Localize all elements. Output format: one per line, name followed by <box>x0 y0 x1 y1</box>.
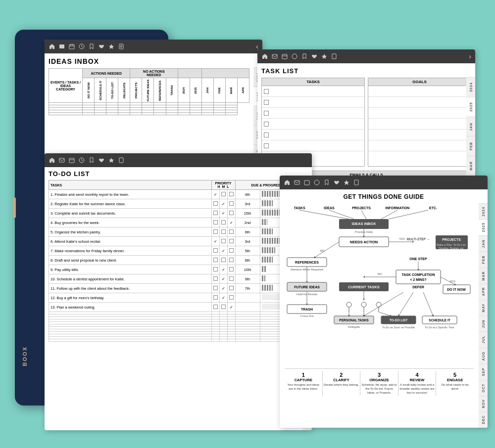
check-m[interactable] <box>219 190 227 199</box>
gtd-panel: GET THINGS DONE GUIDE TASKS IDEAS PROJEC… <box>280 176 488 428</box>
star-icon[interactable] <box>108 43 115 50</box>
cal-icon2[interactable] <box>68 157 75 164</box>
svg-text:TRASH: TRASH <box>301 308 313 311</box>
task-checkbox[interactable] <box>264 133 269 137</box>
tab-apr[interactable]: APR <box>479 283 488 299</box>
cal-icon4[interactable] <box>303 179 310 186</box>
tab-jul[interactable]: JUL <box>479 331 488 347</box>
priority-header: PRIORITYH M L <box>211 180 235 190</box>
task-name: 10. Schedule a dentist appointment for K… <box>49 274 212 284</box>
svg-point-64 <box>346 302 351 307</box>
tasks-label: TASKS <box>294 206 305 210</box>
clock-icon3[interactable] <box>291 53 298 60</box>
due-date <box>235 293 260 303</box>
star-icon4[interactable] <box>343 179 350 186</box>
svg-text:TASK COMPLETION: TASK COMPLETION <box>401 273 435 276</box>
check-l[interactable] <box>227 190 235 199</box>
task-checkbox[interactable] <box>264 100 269 105</box>
etc-label: ETC. <box>429 206 437 210</box>
goals-col-header: GOALS <box>368 78 471 86</box>
svg-rect-22 <box>332 54 336 59</box>
svg-line-78 <box>364 292 403 316</box>
bookmark-icon[interactable] <box>88 43 95 50</box>
tab-feb[interactable]: FEB <box>466 136 475 156</box>
tab-dec[interactable]: DEC <box>479 411 488 427</box>
task-name: 1. Finalize and send monthly report to t… <box>49 190 212 199</box>
home-icon3[interactable] <box>261 53 268 60</box>
tab-2025[interactable]: 2025 <box>466 97 475 117</box>
task-name: 11. Follow up with the client about the … <box>49 284 212 293</box>
tab-jun[interactable]: JUN <box>479 315 488 331</box>
document-icon[interactable] <box>118 43 125 50</box>
due-date: 3rd <box>235 237 260 246</box>
tab-2024[interactable]: 2024 <box>479 203 488 219</box>
mail-icon2[interactable] <box>58 157 65 164</box>
todo-table: TASKS PRIORITYH M L DUE & PROGRESS 1. Fi… <box>49 180 299 342</box>
col-feb: FEB <box>213 78 225 103</box>
svg-text:NO: NO <box>378 272 382 275</box>
tab-mar[interactable]: MAR <box>479 268 488 283</box>
tab-aug[interactable]: AUG <box>479 348 488 363</box>
tab-oct[interactable]: OCT <box>479 380 488 396</box>
clock-icon[interactable] <box>78 43 85 50</box>
goal-row <box>368 86 471 97</box>
heart-icon3[interactable] <box>311 53 318 60</box>
task-checkbox[interactable] <box>264 89 269 94</box>
tab-nov[interactable]: NOV <box>479 396 488 411</box>
clock-icon4[interactable] <box>313 179 320 186</box>
tab-jan[interactable]: JAN <box>479 235 488 251</box>
svg-text:To-Do as Soon as Possible: To-Do as Soon as Possible <box>382 326 415 329</box>
check-h[interactable]: ✓ <box>211 190 219 199</box>
star-icon3[interactable] <box>321 53 328 60</box>
ideas-title: IDEAS INBOX <box>49 57 258 65</box>
task-checkbox[interactable] <box>264 122 269 127</box>
cal-icon3[interactable] <box>281 53 288 60</box>
heart-icon4[interactable] <box>333 179 340 186</box>
heart-icon2[interactable] <box>98 157 105 164</box>
col-apr: APR <box>237 78 249 103</box>
mail-icon4[interactable] <box>294 179 300 186</box>
task-row <box>262 140 364 151</box>
doc-icon3[interactable] <box>331 53 338 60</box>
doc-icon4[interactable] <box>353 179 360 186</box>
calendar-icon[interactable] <box>68 43 75 50</box>
col-schedule-it: SCHEDULE IT <box>95 78 106 103</box>
home-icon4[interactable] <box>284 179 291 186</box>
home-icon[interactable] <box>49 43 55 50</box>
task-checkbox[interactable] <box>264 143 269 148</box>
table-row: 10. Schedule a dentist appointment for K… <box>49 274 299 284</box>
side-button[interactable] <box>13 198 16 218</box>
mail-icon3[interactable] <box>271 53 278 60</box>
tab-mar[interactable]: MAR <box>466 156 475 176</box>
mail-icon[interactable] <box>58 43 65 50</box>
forward-arrow[interactable]: › <box>469 52 471 60</box>
task-checkbox[interactable] <box>264 111 269 116</box>
home-icon2[interactable] <box>49 157 55 164</box>
tab-may[interactable]: MAY <box>479 300 488 315</box>
gtd-steps: 1 CAPTURE Your thoughts and ideas are in… <box>285 368 474 396</box>
svg-rect-12 <box>69 158 74 163</box>
book-icon3[interactable] <box>301 53 308 60</box>
tab-feb[interactable]: FEB <box>479 251 488 267</box>
todo-title: TO-DO LIST <box>49 170 308 178</box>
goal-row <box>368 119 471 130</box>
gtd-flow-diagram: TASKS IDEAS PROJECTS INFORMATION ETC. ID… <box>285 203 475 366</box>
svg-rect-18 <box>282 54 287 59</box>
tab-2024[interactable]: 2024 <box>466 77 475 97</box>
tab-sep[interactable]: SEP <box>479 363 488 379</box>
tab-jan[interactable]: JAN <box>466 117 475 136</box>
book-icon2[interactable] <box>88 157 95 164</box>
heart-icon[interactable] <box>98 43 105 50</box>
step-num: 3 <box>361 372 397 378</box>
book-icon4[interactable] <box>323 179 330 186</box>
step-name: ENGAGE <box>437 378 473 382</box>
svg-rect-17 <box>272 54 277 58</box>
star-icon2[interactable] <box>108 157 115 164</box>
due-date: 10th <box>235 265 260 274</box>
tab-2025[interactable]: 2025 <box>479 219 488 235</box>
svg-text:YES: YES <box>449 280 455 283</box>
tasks-col-header: TASKS <box>262 78 364 86</box>
doc-icon2[interactable] <box>118 157 125 164</box>
clock-icon2[interactable] <box>78 157 85 164</box>
projects-label: PROJECTS <box>352 206 371 210</box>
